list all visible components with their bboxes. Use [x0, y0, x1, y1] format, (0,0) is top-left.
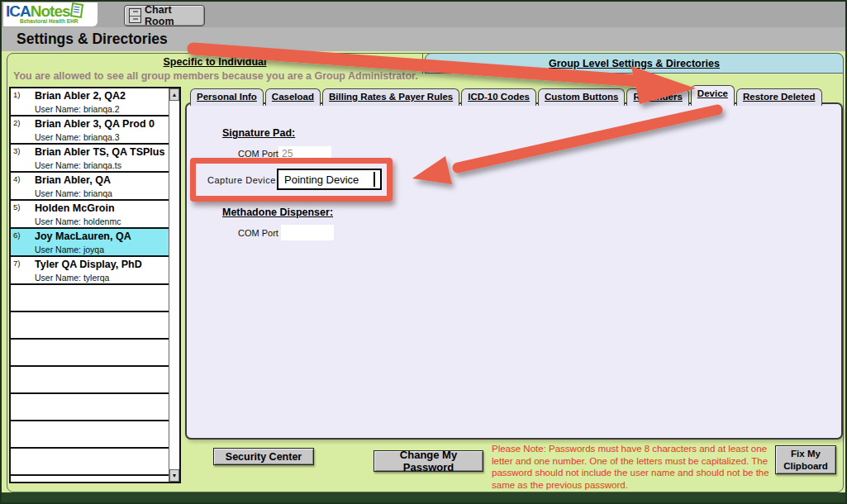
user-name: Brian Abler TS, QA TSPlus: [35, 146, 164, 158]
tab-reminders[interactable]: Reminders: [626, 88, 688, 106]
empty-list-row: [11, 340, 169, 367]
user-list-item[interactable]: 2)Brian Abler 3, QA Prod 0User Name: bri…: [11, 116, 169, 145]
logo-text: ICANotes: [6, 3, 70, 19]
tab-icd-10-codes[interactable]: ICD-10 Codes: [461, 88, 536, 106]
icanotes-logo: ICANotes Behavioral Health EHR: [3, 2, 98, 26]
scroll-up-button[interactable]: ▲: [169, 88, 179, 101]
user-login: User Name: brianqa.2: [35, 104, 120, 114]
logo-document-icon: [69, 2, 83, 18]
security-center-button[interactable]: Security Center: [213, 448, 314, 465]
tab-billing-rates-payer-rules[interactable]: Billing Rates & Payer Rules: [322, 88, 459, 106]
tab-device[interactable]: Device: [691, 85, 735, 106]
change-my-password-button[interactable]: Change My Password: [374, 450, 483, 472]
user-login: User Name: brianqa.3: [35, 132, 120, 142]
user-name: Holden McGroin: [35, 202, 115, 214]
file-cabinet-icon: [129, 8, 141, 23]
user-list-item[interactable]: 6)Joy MacLauren, QAUser Name: joyqa: [11, 229, 169, 257]
chart-room-label: Chart Room: [145, 4, 200, 27]
user-index: 6): [13, 231, 20, 240]
user-index: 2): [13, 118, 20, 127]
user-list: 1)Brian Abler 2, QA2User Name: brianqa.2…: [9, 87, 181, 483]
user-name: Brian Abler 3, QA Prod 0: [35, 118, 155, 130]
user-name: Brian Abler 2, QA2: [35, 90, 126, 102]
tab-personal-info[interactable]: Personal Info: [190, 88, 264, 106]
user-index: 5): [13, 202, 20, 212]
capture-device-dropdown[interactable]: Pointing Device: [277, 169, 382, 190]
user-list-item[interactable]: 1)Brian Abler 2, QA2User Name: brianqa.2: [11, 88, 169, 116]
user-list-item[interactable]: 4)Brian Abler, QAUser Name: brianqa: [11, 173, 169, 201]
methadone-dispenser-heading: Methadone Dispenser:: [222, 207, 333, 218]
signature-pad-heading: Signature Pad:: [222, 127, 295, 139]
settings-tab-strip: Personal InfoCaseloadBilling Rates & Pay…: [190, 85, 822, 106]
user-login: User Name: brianqa: [35, 188, 112, 198]
user-list-item[interactable]: 3)Brian Abler TS, QA TSPlusUser Name: br…: [11, 145, 169, 173]
user-index: 4): [13, 174, 20, 183]
tab-specific-to-individual[interactable]: Specific to Individual: [8, 56, 421, 68]
chart-room-button[interactable]: Chart Room: [124, 5, 205, 26]
logo-tagline: Behavioral Health EHR: [20, 18, 78, 24]
empty-list-row: [11, 449, 169, 476]
tab-group-level-settings[interactable]: Group Level Settings & Directories: [425, 53, 844, 74]
password-requirements-note: Please Note: Passwords must have 8 chara…: [492, 443, 769, 492]
group-admin-notice: You are allowed to see all group members…: [13, 70, 418, 82]
user-index: 3): [13, 146, 20, 155]
signature-com-port-field[interactable]: 25: [278, 146, 331, 161]
user-name: Joy MacLauren, QA: [35, 231, 131, 242]
empty-list-row: [11, 285, 169, 312]
page-title: Settings & Directories: [17, 31, 168, 48]
user-index: 1): [13, 90, 20, 99]
user-name: Tyler QA Display, PhD: [35, 259, 142, 270]
user-name: Brian Abler, QA: [35, 174, 111, 186]
bottom-border-band: [2, 492, 845, 502]
tab-restore-deleted[interactable]: Restore Deleted: [736, 88, 822, 106]
methadone-com-port-field[interactable]: [281, 225, 334, 240]
capture-device-label: Capture Device: [207, 175, 276, 185]
user-list-scrollbar[interactable]: ▲ ▼: [169, 88, 179, 482]
tab-custom-buttons[interactable]: Custom Buttons: [538, 88, 625, 106]
icanotes-settings-window: ICANotes Behavioral Health EHR Chart Roo…: [0, 0, 847, 504]
user-list-item[interactable]: 7)Tyler QA Display, PhDUser Name: tylerq…: [11, 257, 169, 285]
empty-list-row: [11, 367, 169, 394]
user-login: User Name: tylerqa: [35, 273, 109, 283]
fix-my-clipboard-button[interactable]: Fix My Clipboard: [775, 445, 836, 474]
user-login: User Name: joyqa: [35, 245, 104, 254]
user-index: 7): [13, 259, 20, 268]
user-login: User Name: brianqa.ts: [35, 160, 121, 170]
empty-list-row: [11, 421, 169, 449]
user-list-rows: 1)Brian Abler 2, QA2User Name: brianqa.2…: [11, 88, 169, 482]
empty-list-row: [11, 394, 169, 421]
tab-caseload[interactable]: Caseload: [265, 88, 321, 106]
scroll-down-button[interactable]: ▼: [169, 469, 179, 482]
device-tab-panel: Signature Pad: COM Port 25 Capture Devic…: [185, 102, 843, 440]
user-login: User Name: holdenmc: [35, 216, 121, 226]
signature-com-port-label: COM Port: [238, 149, 278, 159]
group-tab-label: Group Level Settings & Directories: [549, 58, 720, 69]
user-list-item[interactable]: 5)Holden McGroinUser Name: holdenmc: [11, 201, 169, 229]
methadone-com-port-label: COM Port: [238, 228, 278, 238]
tab-divider: [422, 53, 423, 74]
empty-list-row: [11, 312, 169, 340]
